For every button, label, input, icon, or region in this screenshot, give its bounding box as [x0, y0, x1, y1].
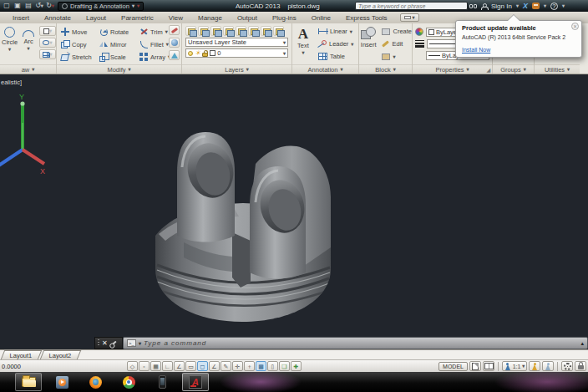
hatch-tool-button[interactable]: ▾ [39, 49, 56, 59]
chevron-down-icon[interactable]: ▾ [246, 67, 249, 72]
layer-state-dropdown[interactable]: Unsaved Layer State▾ [185, 38, 288, 47]
exchange-apps-icon[interactable]: X [523, 2, 528, 10]
tab-plugins[interactable]: Plug-ins [265, 12, 304, 23]
color-wheel-icon[interactable] [415, 28, 423, 36]
dialog-launcher-icon[interactable]: ◢ [486, 67, 490, 73]
copy-button[interactable]: Copy [57, 38, 95, 50]
tab-annotate[interactable]: Annotate [37, 12, 79, 23]
quick-view-layouts-button[interactable] [469, 361, 481, 371]
help-icon[interactable]: ? [550, 3, 558, 10]
chevron-down-icon[interactable]: ▾ [567, 67, 570, 72]
lineweight-toggle[interactable]: ＋ [244, 361, 255, 371]
recent-commands-icon[interactable]: >_ [127, 339, 136, 347]
chevron-down-icon[interactable]: ▾ [8, 47, 11, 52]
chevron-down-icon[interactable]: ▾ [393, 54, 395, 59]
chevron-down-icon[interactable]: ▾ [283, 40, 286, 45]
groups-panel-label[interactable]: Groups▾ [493, 64, 534, 74]
tab-manage[interactable]: Manage [190, 12, 230, 23]
wrench-icon[interactable] [110, 340, 116, 346]
create-block-button[interactable]: Create [378, 25, 412, 38]
arc-tool-button[interactable]: Arc ▾ [21, 25, 36, 64]
undo-button[interactable]: ↺▾ [35, 2, 43, 10]
taskbar-autocad-button[interactable]: A [182, 373, 209, 391]
dynamic-input-toggle[interactable]: ✛ [232, 361, 243, 371]
layer-match-icon[interactable] [198, 26, 209, 36]
chevron-down-icon[interactable]: ▾ [28, 46, 30, 51]
workspace-settings-button[interactable] [561, 361, 573, 371]
taskbar-chrome-button[interactable] [115, 373, 142, 391]
layer-dropdown[interactable]: ☀ 0 ▾ [185, 48, 288, 58]
workspace-switcher[interactable]: Drafting & Annotation ▾ ▾ [58, 2, 144, 11]
tab-layout[interactable]: Layout [79, 12, 114, 23]
tab-output[interactable]: Output [230, 12, 265, 23]
tab-online[interactable]: Online [304, 12, 338, 23]
command-line-handle[interactable]: ✕ [94, 337, 123, 349]
annotation-monitor-toggle[interactable]: ✚ [291, 361, 302, 371]
insert-block-button[interactable]: Insert [359, 25, 378, 64]
sign-in-button[interactable]: Sign In [491, 3, 512, 10]
chevron-down-icon[interactable]: ▾ [351, 42, 353, 47]
ellipse-tool-button[interactable]: ▾ [39, 38, 56, 48]
taskbar-media-player-button[interactable] [48, 373, 75, 391]
leader-button[interactable]: Leader▾ [314, 38, 353, 50]
chevron-down-icon[interactable]: ▾ [165, 29, 168, 34]
chevron-down-icon[interactable]: ▾ [283, 51, 286, 56]
rotate-button[interactable]: Rotate [95, 26, 135, 38]
taskbar-firefox-button[interactable] [82, 373, 109, 391]
help-search[interactable] [355, 2, 468, 10]
tab-view[interactable]: View [161, 12, 190, 23]
layer-freeze-icon[interactable] [236, 26, 246, 36]
explode-button[interactable] [169, 38, 180, 48]
grid-display-toggle[interactable]: ▦ [150, 361, 161, 371]
toolbar-lock-button[interactable] [575, 361, 586, 371]
close-icon[interactable]: × [571, 23, 579, 30]
infer-constraints-toggle[interactable]: ◇ [127, 361, 138, 371]
tab-parametric[interactable]: Parametric [114, 12, 161, 23]
fillet-button[interactable]: Fillet▾ [135, 38, 172, 50]
lineweight-icon[interactable] [415, 40, 424, 48]
layer-properties-icon[interactable] [185, 26, 196, 36]
chevron-down-icon[interactable]: ▾ [49, 28, 52, 33]
chevron-down-icon[interactable]: ▾ [32, 67, 34, 72]
block-attributes-button[interactable]: ▾ [378, 50, 412, 63]
chevron-down-icon[interactable]: ▾ [516, 3, 519, 8]
rectangle-tool-button[interactable]: ▾ [39, 26, 56, 36]
chevron-down-icon[interactable]: ▾ [413, 15, 415, 20]
layer-prev-icon[interactable] [210, 26, 221, 36]
annotation-scale-button[interactable]: 1:1 ▾ [502, 361, 527, 371]
chevron-down-icon[interactable]: ▾ [49, 40, 52, 45]
layer-unlock-icon[interactable] [273, 26, 284, 36]
gradient-button[interactable] [169, 50, 180, 60]
piston-3d-model[interactable] [134, 109, 352, 328]
object-snap-toggle[interactable]: ▭ [185, 361, 196, 371]
chevron-down-icon[interactable]: ▾ [350, 29, 352, 34]
circle-tool-button[interactable]: Circle ▾ [2, 25, 18, 64]
edit-block-button[interactable]: Edit [378, 38, 412, 50]
array-button[interactable]: Array▾ [135, 51, 172, 63]
ribbon-minimize-button[interactable]: ▾ [400, 13, 419, 22]
layer-on-icon[interactable] [188, 51, 193, 56]
table-button[interactable]: Table [314, 50, 353, 63]
layer-unlock-icon[interactable] [202, 53, 208, 57]
chevron-down-icon[interactable]: ▾ [129, 67, 131, 72]
transparency-toggle[interactable]: ▩ [256, 361, 266, 371]
new-button[interactable]: ▢ [3, 2, 11, 10]
utilities-panel-label[interactable]: Utilities▾ [535, 64, 580, 74]
chevron-down-icon[interactable]: ▾ [132, 3, 134, 8]
redo-button[interactable]: ↻▾ [46, 2, 54, 10]
tab-layout2[interactable]: Layout2 [39, 350, 80, 359]
taskbar-phone-app-button[interactable] [149, 373, 175, 391]
command-input[interactable]: >_ ▾ Type a command ▴ [123, 337, 588, 349]
tab-insert[interactable]: Insert [5, 12, 37, 23]
block-panel-label[interactable]: Block▾ [359, 64, 412, 74]
tab-layout1[interactable]: Layout1 [1, 350, 42, 359]
communication-center-icon[interactable] [532, 3, 540, 9]
model-space-button[interactable]: MODEL [438, 362, 468, 371]
chevron-down-icon[interactable]: ▾ [340, 67, 342, 72]
viewport-style-label[interactable]: ealistic] [1, 79, 22, 86]
annotation-visibility-button[interactable] [529, 361, 540, 371]
layer-isolate-icon[interactable] [223, 26, 234, 36]
layers-panel-label[interactable]: Layers▾ [182, 64, 291, 74]
text-tool-button[interactable]: A Text ▾ [292, 25, 314, 64]
layer-thaw-icon[interactable]: ☀ [195, 50, 200, 57]
